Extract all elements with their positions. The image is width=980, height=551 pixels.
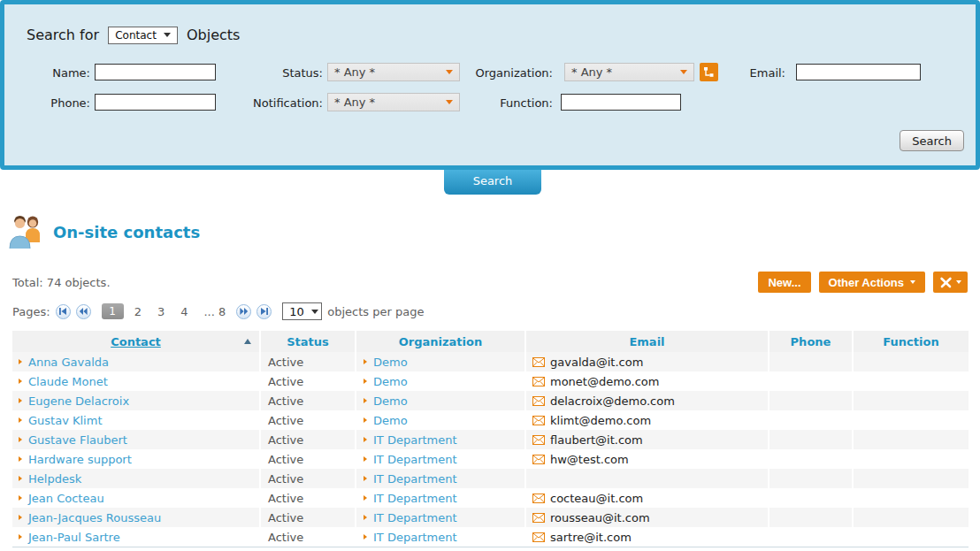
status-cell: Active [261, 352, 356, 371]
email-input[interactable] [796, 64, 921, 80]
arrow-right-icon [364, 417, 367, 423]
next-page-icon [240, 307, 249, 316]
organization-cell: IT Department [356, 508, 526, 527]
search-panel: Search for Contact Objects Name: Status:… [0, 0, 980, 170]
status-cell: Active [261, 430, 356, 449]
email-cell: cocteau@it.com [526, 488, 769, 508]
new-button[interactable]: New... [758, 272, 810, 293]
organization-link[interactable]: Demo [373, 356, 408, 369]
page-size-select[interactable]: 10 [282, 302, 322, 320]
objects-label: Objects [187, 27, 240, 43]
column-header-organization[interactable]: Organization [356, 331, 526, 352]
email-link[interactable]: monet@demo.com [550, 375, 660, 388]
contact-cell: Anna Gavalda [12, 352, 261, 371]
email-link[interactable]: cocteau@it.com [550, 492, 643, 505]
organization-link[interactable]: IT Department [373, 472, 457, 486]
email-label: Email: [728, 66, 785, 80]
organization-link[interactable]: IT Department [373, 531, 457, 544]
function-input[interactable] [561, 94, 681, 111]
arrow-right-icon [364, 398, 367, 403]
arrow-right-icon [19, 534, 22, 540]
email-link[interactable]: delacroix@demo.com [550, 394, 675, 408]
email-link[interactable]: hw@test.com [550, 453, 629, 466]
email-icon [532, 494, 545, 503]
column-header-status[interactable]: Status [261, 331, 356, 352]
page-link-2[interactable]: 2 [129, 305, 147, 318]
function-cell [854, 527, 969, 547]
tools-icon [939, 277, 953, 288]
email-cell: hw@test.com [526, 449, 769, 469]
contact-link[interactable]: Claude Monet [28, 375, 108, 388]
email-link[interactable]: rousseau@it.com [550, 511, 650, 524]
organization-link[interactable]: IT Department [373, 492, 457, 505]
status-select[interactable]: * Any * [327, 63, 460, 81]
contact-link[interactable]: Gustav Klimt [28, 414, 102, 427]
column-header-email[interactable]: Email [526, 331, 769, 352]
phone-cell [769, 430, 854, 449]
previous-page-button[interactable] [76, 304, 91, 319]
next-page-button[interactable] [236, 304, 251, 319]
arrow-right-icon [19, 495, 22, 501]
phone-cell [769, 508, 854, 527]
previous-page-icon [79, 307, 88, 316]
contact-cell: Eugene Delacroix [12, 391, 261, 410]
contact-link[interactable]: Helpdesk [28, 472, 81, 486]
column-header-phone[interactable]: Phone [769, 331, 854, 352]
function-cell [854, 391, 969, 410]
email-link[interactable]: sartre@it.com [550, 531, 632, 544]
notification-select[interactable]: * Any * [327, 93, 460, 111]
email-cell: sartre@it.com [526, 527, 769, 547]
email-link[interactable]: flaubert@it.com [550, 433, 643, 447]
organization-link[interactable]: IT Department [373, 433, 457, 447]
hierarchy-button[interactable] [700, 63, 718, 81]
contact-cell: Jean-Jacques Rousseau [12, 508, 261, 527]
organization-select[interactable]: * Any * [564, 63, 694, 81]
contact-link[interactable]: Jean Cocteau [28, 492, 104, 505]
search-tab[interactable]: Search [444, 170, 541, 195]
organization-link[interactable]: IT Department [373, 511, 457, 524]
page-title: On-site contacts [53, 223, 200, 241]
page-link-4[interactable]: 4 [175, 305, 193, 318]
contact-cell: Gustave Flaubert [12, 430, 261, 449]
arrow-right-icon [19, 437, 22, 442]
phone-cell [769, 410, 854, 430]
email-icon [532, 377, 545, 386]
last-page-button[interactable] [256, 304, 272, 319]
page-link-3[interactable]: 3 [152, 305, 170, 318]
organization-link[interactable]: Demo [373, 394, 408, 408]
contact-link[interactable]: Jean-Paul Sartre [28, 531, 120, 544]
column-header-contact[interactable]: Contact [12, 331, 261, 352]
chevron-down-icon [164, 33, 171, 37]
tools-menu-button[interactable] [933, 272, 968, 293]
column-header-function[interactable]: Function [854, 331, 969, 352]
phone-input[interactable] [95, 94, 216, 111]
function-cell [854, 469, 969, 488]
new-button-label: New... [768, 276, 800, 289]
email-cell [526, 469, 769, 488]
organization-link[interactable]: Demo [373, 414, 408, 427]
first-page-button[interactable] [56, 304, 71, 319]
organization-link[interactable]: Demo [373, 375, 408, 388]
phone-cell [769, 391, 854, 410]
contact-link[interactable]: Hardware support [28, 453, 132, 466]
function-cell [854, 352, 969, 371]
other-actions-button[interactable]: Other Actions [819, 272, 925, 293]
contact-link[interactable]: Eugene Delacroix [28, 394, 129, 408]
status-cell: Active [261, 449, 356, 469]
page-link-last[interactable]: ... 8 [198, 305, 231, 318]
contact-link[interactable]: Anna Gavalda [28, 356, 109, 369]
arrow-right-icon [19, 476, 22, 481]
organization-link[interactable]: IT Department [373, 453, 457, 466]
name-input[interactable] [95, 64, 216, 80]
status-cell: Active [261, 410, 356, 430]
total-count: Total: 74 objects. [12, 276, 111, 289]
class-select[interactable]: Contact [108, 27, 178, 44]
last-page-icon [260, 307, 269, 316]
search-button[interactable]: Search [900, 130, 964, 151]
email-link[interactable]: gavalda@it.com [550, 356, 643, 369]
email-icon [532, 455, 545, 464]
contact-link[interactable]: Jean-Jacques Rousseau [28, 511, 161, 524]
arrow-right-icon [19, 359, 22, 364]
email-link[interactable]: klimt@demo.com [550, 414, 651, 427]
contact-link[interactable]: Gustave Flaubert [28, 433, 127, 447]
